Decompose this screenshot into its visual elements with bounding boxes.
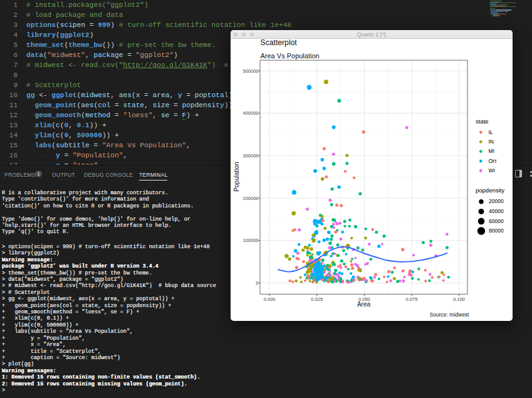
svg-text:0.075: 0.075 (405, 296, 417, 302)
svg-text:Area Vs Population: Area Vs Population (260, 52, 319, 60)
svg-text:0.100: 0.100 (453, 296, 465, 302)
svg-text:Area: Area (357, 301, 370, 308)
svg-text:WI: WI (488, 167, 494, 174)
svg-text:200000: 200000 (243, 196, 258, 201)
svg-text:40000: 40000 (489, 208, 504, 214)
svg-text:popdensity: popdensity (476, 187, 504, 194)
svg-text:0.000: 0.000 (263, 296, 275, 302)
svg-text:OH: OH (488, 158, 496, 164)
svg-text:Population: Population (232, 162, 239, 191)
svg-text:IN: IN (488, 139, 494, 145)
svg-text:60000: 60000 (489, 218, 504, 224)
svg-text:state: state (476, 118, 489, 125)
svg-text:80000: 80000 (489, 228, 504, 234)
svg-text:Scatterplot: Scatterplot (260, 39, 297, 47)
svg-text:100000: 100000 (243, 238, 258, 243)
svg-text:500000: 500000 (243, 68, 258, 74)
svg-text:300000: 300000 (243, 153, 258, 159)
svg-text:MI: MI (488, 148, 494, 154)
svg-text:Source: midwest: Source: midwest (429, 312, 469, 318)
svg-text:0.025: 0.025 (311, 296, 323, 302)
svg-text:400000: 400000 (243, 110, 258, 116)
svg-text:20000: 20000 (489, 198, 504, 204)
svg-text:IL: IL (488, 129, 493, 135)
svg-text:0: 0 (256, 280, 258, 286)
